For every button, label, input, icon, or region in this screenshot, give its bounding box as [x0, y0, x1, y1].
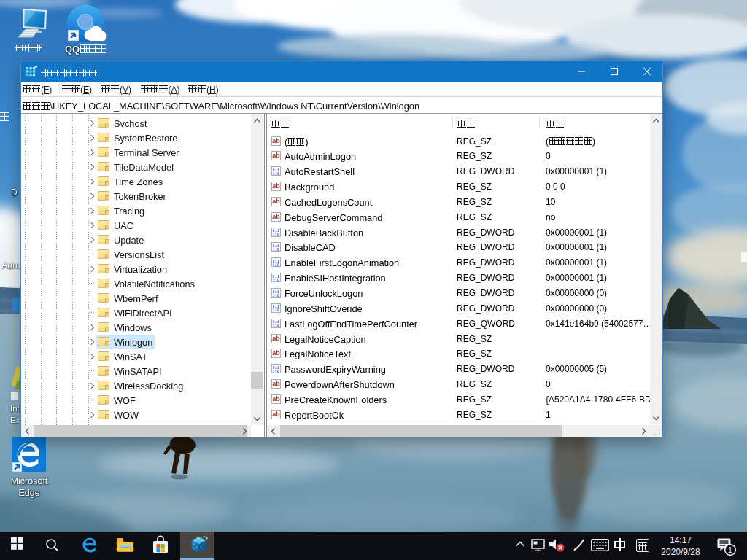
- svg-text:1: 1: [728, 545, 732, 554]
